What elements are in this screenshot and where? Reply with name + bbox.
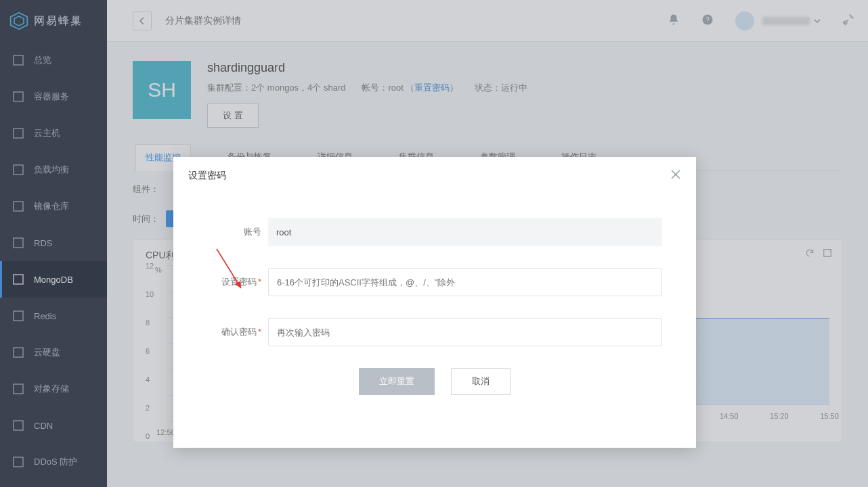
modal-title: 设置密码: [188, 170, 226, 182]
confirm-label: 确认密码*: [207, 326, 261, 338]
confirm-input[interactable]: [268, 318, 662, 346]
submit-button[interactable]: 立即重置: [359, 368, 435, 395]
cancel-button[interactable]: 取消: [451, 368, 511, 395]
password-input[interactable]: [268, 268, 662, 296]
account-label: 账号: [207, 226, 261, 238]
close-icon[interactable]: [670, 169, 681, 183]
password-label: 设置密码*: [207, 276, 261, 288]
account-value: root: [268, 218, 662, 246]
reset-password-modal: 设置密码 账号 root 设置密码* 确认密码* 立即重置 取消: [173, 157, 696, 448]
